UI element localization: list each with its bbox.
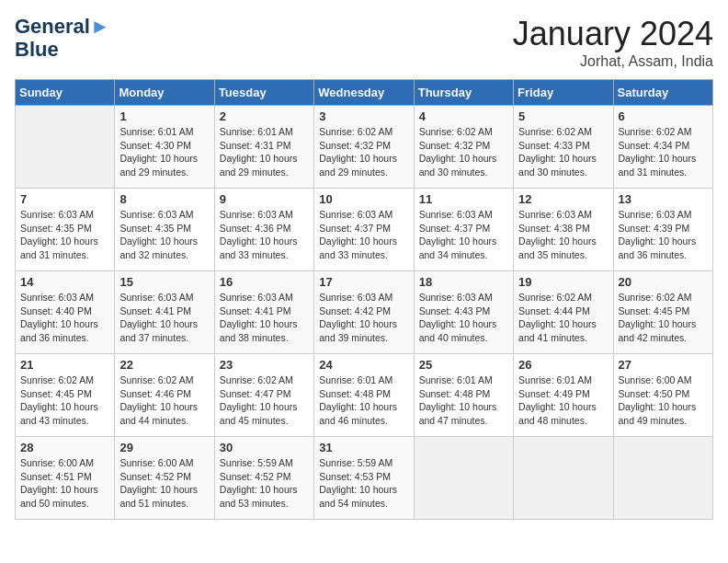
day-number: 14: [20, 275, 109, 289]
day-info: Sunrise: 6:03 AM Sunset: 4:40 PM Dayligh…: [20, 291, 109, 345]
day-cell: [414, 437, 513, 520]
day-cell: 3Sunrise: 6:02 AM Sunset: 4:32 PM Daylig…: [314, 106, 414, 189]
day-number: 15: [119, 275, 209, 289]
day-number: 26: [518, 358, 608, 372]
week-row-1: 1Sunrise: 6:01 AM Sunset: 4:30 PM Daylig…: [16, 106, 713, 189]
week-row-4: 21Sunrise: 6:02 AM Sunset: 4:45 PM Dayli…: [16, 354, 713, 437]
day-number: 16: [220, 275, 309, 289]
day-number: 19: [518, 275, 608, 289]
week-row-5: 28Sunrise: 6:00 AM Sunset: 4:51 PM Dayli…: [16, 437, 713, 520]
week-row-2: 7Sunrise: 6:03 AM Sunset: 4:35 PM Daylig…: [16, 189, 713, 271]
calendar-header: SundayMondayTuesdayWednesdayThursdayFrid…: [16, 80, 713, 106]
day-info: Sunrise: 6:00 AM Sunset: 4:52 PM Dayligh…: [119, 456, 209, 511]
day-info: Sunrise: 6:02 AM Sunset: 4:34 PM Dayligh…: [619, 125, 708, 179]
day-info: Sunrise: 6:03 AM Sunset: 4:37 PM Dayligh…: [419, 208, 508, 262]
week-row-3: 14Sunrise: 6:03 AM Sunset: 4:40 PM Dayli…: [16, 271, 713, 354]
day-info: Sunrise: 5:59 AM Sunset: 4:53 PM Dayligh…: [319, 456, 408, 511]
day-cell: [613, 437, 712, 520]
day-cell: 15Sunrise: 6:03 AM Sunset: 4:41 PM Dayli…: [115, 271, 214, 354]
day-info: Sunrise: 6:01 AM Sunset: 4:48 PM Dayligh…: [319, 373, 408, 428]
location: Jorhat, Assam, India: [513, 53, 713, 70]
day-info: Sunrise: 6:01 AM Sunset: 4:49 PM Dayligh…: [518, 373, 608, 428]
day-cell: 27Sunrise: 6:00 AM Sunset: 4:50 PM Dayli…: [613, 354, 712, 437]
calendar-table: SundayMondayTuesdayWednesdayThursdayFrid…: [15, 79, 713, 520]
day-cell: 26Sunrise: 6:01 AM Sunset: 4:49 PM Dayli…: [514, 354, 613, 437]
day-number: 6: [619, 109, 708, 123]
day-number: 25: [419, 358, 508, 372]
logo-text: General► Blue: [15, 15, 110, 62]
day-cell: 16Sunrise: 6:03 AM Sunset: 4:41 PM Dayli…: [214, 271, 313, 354]
day-info: Sunrise: 6:03 AM Sunset: 4:39 PM Dayligh…: [619, 208, 708, 262]
day-info: Sunrise: 6:03 AM Sunset: 4:35 PM Dayligh…: [119, 208, 209, 262]
day-number: 9: [220, 192, 309, 206]
month-title: January 2024: [513, 15, 713, 53]
day-info: Sunrise: 6:02 AM Sunset: 4:47 PM Dayligh…: [220, 373, 309, 428]
day-cell: 22Sunrise: 6:02 AM Sunset: 4:46 PM Dayli…: [115, 354, 214, 437]
day-number: 22: [119, 358, 209, 372]
logo: General► Blue: [15, 15, 110, 62]
day-number: 24: [319, 358, 408, 372]
day-number: 12: [518, 192, 608, 206]
day-info: Sunrise: 6:03 AM Sunset: 4:35 PM Dayligh…: [20, 208, 109, 262]
day-number: 18: [419, 275, 508, 289]
day-number: 7: [20, 192, 109, 206]
day-number: 27: [619, 358, 708, 372]
day-info: Sunrise: 6:03 AM Sunset: 4:41 PM Dayligh…: [119, 291, 209, 345]
day-number: 21: [20, 358, 109, 372]
header-cell-friday: Friday: [514, 80, 613, 106]
day-number: 11: [419, 192, 508, 206]
day-number: 23: [220, 358, 309, 372]
day-cell: 11Sunrise: 6:03 AM Sunset: 4:37 PM Dayli…: [414, 189, 513, 271]
day-info: Sunrise: 6:00 AM Sunset: 4:51 PM Dayligh…: [20, 456, 109, 511]
day-info: Sunrise: 6:03 AM Sunset: 4:41 PM Dayligh…: [220, 291, 309, 345]
day-cell: 25Sunrise: 6:01 AM Sunset: 4:48 PM Dayli…: [414, 354, 513, 437]
day-info: Sunrise: 6:02 AM Sunset: 4:32 PM Dayligh…: [419, 125, 508, 179]
day-cell: [514, 437, 613, 520]
day-info: Sunrise: 6:01 AM Sunset: 4:48 PM Dayligh…: [419, 373, 508, 428]
day-number: 2: [220, 109, 309, 123]
day-info: Sunrise: 6:03 AM Sunset: 4:36 PM Dayligh…: [220, 208, 309, 262]
header-cell-thursday: Thursday: [414, 80, 513, 106]
day-cell: 12Sunrise: 6:03 AM Sunset: 4:38 PM Dayli…: [514, 189, 613, 271]
day-info: Sunrise: 5:59 AM Sunset: 4:52 PM Dayligh…: [220, 456, 309, 511]
day-number: 5: [518, 109, 608, 123]
day-info: Sunrise: 6:02 AM Sunset: 4:32 PM Dayligh…: [319, 125, 408, 179]
day-number: 1: [119, 109, 209, 123]
day-cell: 7Sunrise: 6:03 AM Sunset: 4:35 PM Daylig…: [16, 189, 115, 271]
day-info: Sunrise: 6:01 AM Sunset: 4:30 PM Dayligh…: [119, 125, 209, 179]
day-cell: 14Sunrise: 6:03 AM Sunset: 4:40 PM Dayli…: [16, 271, 115, 354]
day-number: 29: [119, 441, 209, 454]
day-cell: 9Sunrise: 6:03 AM Sunset: 4:36 PM Daylig…: [214, 189, 313, 271]
header-cell-saturday: Saturday: [613, 80, 712, 106]
day-cell: 2Sunrise: 6:01 AM Sunset: 4:31 PM Daylig…: [214, 106, 313, 189]
day-cell: 4Sunrise: 6:02 AM Sunset: 4:32 PM Daylig…: [414, 106, 513, 189]
day-cell: 6Sunrise: 6:02 AM Sunset: 4:34 PM Daylig…: [613, 106, 712, 189]
day-info: Sunrise: 6:03 AM Sunset: 4:37 PM Dayligh…: [319, 208, 408, 262]
day-info: Sunrise: 6:00 AM Sunset: 4:50 PM Dayligh…: [619, 373, 708, 428]
day-cell: 30Sunrise: 5:59 AM Sunset: 4:52 PM Dayli…: [214, 437, 313, 520]
day-cell: 24Sunrise: 6:01 AM Sunset: 4:48 PM Dayli…: [314, 354, 414, 437]
day-cell: 10Sunrise: 6:03 AM Sunset: 4:37 PM Dayli…: [314, 189, 414, 271]
day-number: 13: [619, 192, 708, 206]
day-cell: 20Sunrise: 6:02 AM Sunset: 4:45 PM Dayli…: [613, 271, 712, 354]
day-info: Sunrise: 6:01 AM Sunset: 4:31 PM Dayligh…: [220, 125, 309, 179]
day-number: 31: [319, 441, 408, 454]
day-number: 30: [220, 441, 309, 454]
header-cell-tuesday: Tuesday: [214, 80, 313, 106]
day-info: Sunrise: 6:02 AM Sunset: 4:45 PM Dayligh…: [20, 373, 109, 428]
day-cell: 21Sunrise: 6:02 AM Sunset: 4:45 PM Dayli…: [16, 354, 115, 437]
day-number: 10: [319, 192, 408, 206]
day-info: Sunrise: 6:02 AM Sunset: 4:44 PM Dayligh…: [518, 291, 608, 345]
day-cell: 18Sunrise: 6:03 AM Sunset: 4:43 PM Dayli…: [414, 271, 513, 354]
day-cell: 29Sunrise: 6:00 AM Sunset: 4:52 PM Dayli…: [115, 437, 214, 520]
day-info: Sunrise: 6:03 AM Sunset: 4:42 PM Dayligh…: [319, 291, 408, 345]
day-cell: [16, 106, 115, 189]
day-cell: 17Sunrise: 6:03 AM Sunset: 4:42 PM Dayli…: [314, 271, 414, 354]
day-cell: 5Sunrise: 6:02 AM Sunset: 4:33 PM Daylig…: [514, 106, 613, 189]
header-cell-wednesday: Wednesday: [314, 80, 414, 106]
day-cell: 13Sunrise: 6:03 AM Sunset: 4:39 PM Dayli…: [613, 189, 712, 271]
day-cell: 31Sunrise: 5:59 AM Sunset: 4:53 PM Dayli…: [314, 437, 414, 520]
day-cell: 1Sunrise: 6:01 AM Sunset: 4:30 PM Daylig…: [115, 106, 214, 189]
day-info: Sunrise: 6:02 AM Sunset: 4:33 PM Dayligh…: [518, 125, 608, 179]
day-info: Sunrise: 6:02 AM Sunset: 4:46 PM Dayligh…: [119, 373, 209, 428]
